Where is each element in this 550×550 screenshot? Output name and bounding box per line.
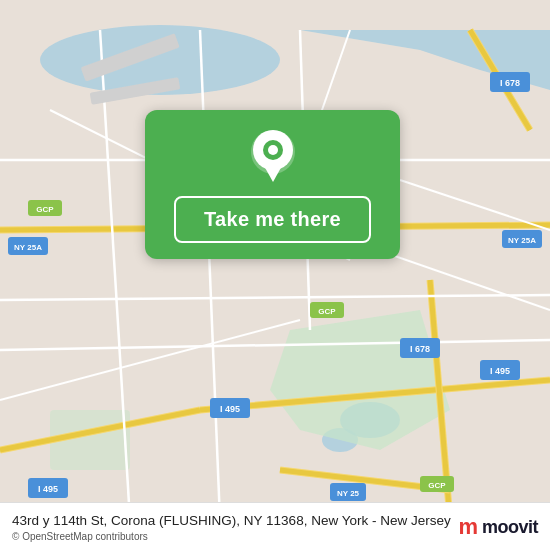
- bottom-bar: 43rd y 114th St, Corona (FLUSHING), NY 1…: [0, 502, 550, 550]
- take-me-there-button[interactable]: Take me there: [174, 196, 371, 243]
- svg-text:I 678: I 678: [410, 344, 430, 354]
- moovit-m-icon: m: [458, 514, 478, 540]
- svg-text:I 495: I 495: [220, 404, 240, 414]
- svg-point-59: [268, 145, 278, 155]
- svg-text:I 495: I 495: [490, 366, 510, 376]
- location-card: Take me there: [145, 110, 400, 259]
- moovit-logo: m moovit: [458, 514, 538, 540]
- map-background: I 678 NY 25A NY 25A GCP GCP GCP I 678 I …: [0, 0, 550, 550]
- svg-text:I 678: I 678: [500, 78, 520, 88]
- moovit-wordmark: moovit: [482, 517, 538, 538]
- svg-text:NY 25: NY 25: [337, 489, 360, 498]
- attribution-text: © OpenStreetMap contributors: [12, 531, 451, 542]
- address-section: 43rd y 114th St, Corona (FLUSHING), NY 1…: [12, 512, 451, 542]
- location-pin-icon: [249, 128, 297, 186]
- map-container: I 678 NY 25A NY 25A GCP GCP GCP I 678 I …: [0, 0, 550, 550]
- svg-text:NY 25A: NY 25A: [508, 236, 536, 245]
- svg-text:GCP: GCP: [428, 481, 446, 490]
- svg-text:GCP: GCP: [36, 205, 54, 214]
- svg-text:GCP: GCP: [318, 307, 336, 316]
- svg-text:NY 25A: NY 25A: [14, 243, 42, 252]
- svg-text:I 495: I 495: [38, 484, 58, 494]
- address-text: 43rd y 114th St, Corona (FLUSHING), NY 1…: [12, 512, 451, 530]
- svg-marker-60: [263, 164, 283, 182]
